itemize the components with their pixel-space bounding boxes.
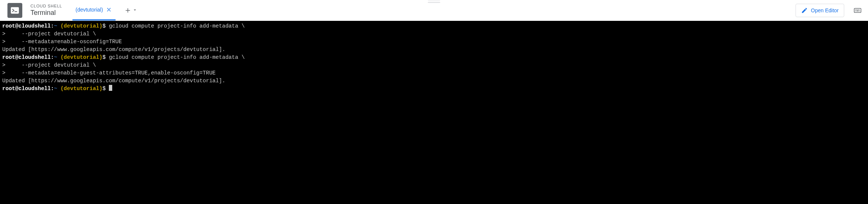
svg-rect-6 <box>856 9 857 10</box>
overline-label: CLOUD SHELL <box>30 4 62 8</box>
drag-handle-icon[interactable] <box>427 0 441 2</box>
new-tab-button[interactable] <box>122 0 140 20</box>
pencil-icon <box>801 7 808 14</box>
svg-rect-8 <box>859 9 859 10</box>
close-icon[interactable] <box>105 6 113 13</box>
page-title: Terminal <box>30 9 62 17</box>
keyboard-icon[interactable] <box>853 6 862 15</box>
svg-rect-5 <box>855 9 856 10</box>
title-block: CLOUD SHELL Terminal <box>30 4 62 17</box>
tab-strip: (devtutorial) <box>72 0 140 20</box>
svg-rect-9 <box>855 10 856 11</box>
terminal-output[interactable]: root@cloudshell:~ (devtutorial)$ gcloud … <box>0 21 868 204</box>
open-editor-label: Open Editor <box>811 7 839 13</box>
plus-icon <box>124 7 131 14</box>
svg-rect-4 <box>854 8 861 12</box>
svg-rect-10 <box>856 10 859 11</box>
tab-label: (devtutorial) <box>75 7 103 13</box>
svg-rect-11 <box>859 10 860 11</box>
cloud-shell-icon <box>7 3 22 18</box>
open-editor-button[interactable]: Open Editor <box>796 4 844 17</box>
cloud-shell-header: CLOUD SHELL Terminal (devtutorial) Open … <box>0 0 868 21</box>
chevron-down-icon[interactable] <box>133 7 137 14</box>
svg-rect-0 <box>428 0 440 0</box>
svg-rect-7 <box>858 9 858 10</box>
svg-rect-2 <box>11 7 19 13</box>
svg-rect-1 <box>428 2 440 3</box>
tab-devtutorial[interactable]: (devtutorial) <box>72 0 116 20</box>
